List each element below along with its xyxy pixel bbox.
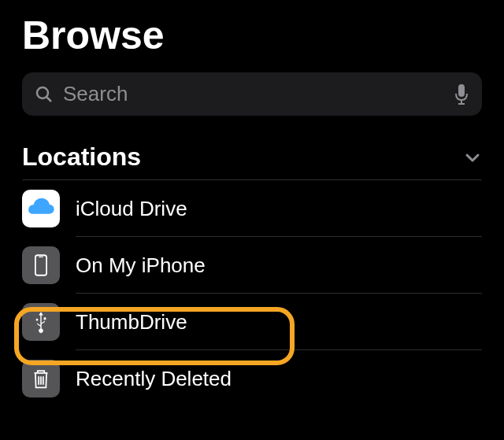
phone-icon — [22, 246, 60, 284]
search-bar[interactable] — [22, 72, 482, 116]
locations-title: Locations — [22, 142, 141, 172]
search-input[interactable] — [63, 82, 454, 106]
location-label: On My iPhone — [76, 253, 206, 278]
location-item-on-my-iphone[interactable]: On My iPhone — [22, 237, 482, 294]
locations-list: iCloud Drive On My iPhone ThumbDrive — [22, 179, 482, 407]
page-title: Browse — [22, 0, 482, 72]
location-label: Recently Deleted — [76, 367, 232, 391]
svg-line-1 — [47, 97, 52, 102]
location-item-icloud-drive[interactable]: iCloud Drive — [22, 180, 482, 237]
usb-icon — [22, 303, 60, 341]
chevron-down-icon — [463, 148, 482, 167]
trash-icon — [22, 360, 60, 397]
mic-icon[interactable] — [454, 84, 469, 105]
location-item-recently-deleted[interactable]: Recently Deleted — [22, 350, 482, 407]
location-label: ThumbDrive — [76, 310, 187, 335]
location-item-thumbdrive[interactable]: ThumbDrive — [22, 294, 482, 350]
svg-point-0 — [37, 87, 48, 98]
svg-rect-2 — [458, 84, 465, 97]
svg-rect-6 — [39, 257, 43, 257]
icloud-icon — [22, 190, 60, 227]
locations-section-header[interactable]: Locations — [22, 142, 482, 179]
search-icon — [35, 85, 54, 104]
location-label: iCloud Drive — [76, 197, 187, 221]
svg-rect-5 — [35, 255, 46, 275]
